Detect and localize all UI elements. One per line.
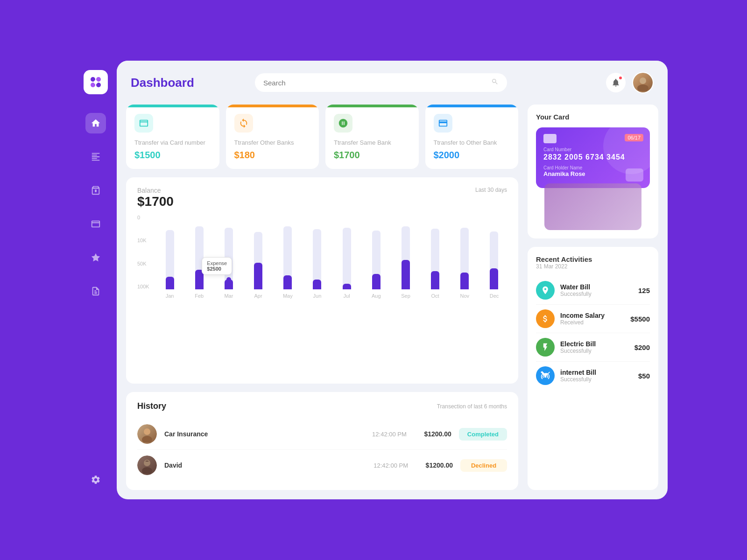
svg-point-4 [94, 80, 98, 84]
x-label-dec: Dec [481, 293, 507, 299]
sidebar-item-rewards[interactable] [85, 247, 106, 268]
activity-name-2: Income Salary [560, 312, 625, 319]
x-label-may: May [275, 293, 301, 299]
card-label-1: Ttransfer via Card number [134, 139, 211, 146]
transfer-card-2[interactable]: Ttransfer Other Banks $180 [226, 105, 319, 169]
activity-amount-2: $5500 [630, 315, 650, 323]
activity-info-3: Electric Bill Successfully [560, 340, 629, 354]
activity-info-2: Income Salary Received [560, 312, 625, 326]
activity-name-4: internet Bill [560, 369, 633, 376]
sidebar-item-analytics[interactable] [85, 147, 106, 167]
bar-group-may [275, 215, 301, 289]
card-brand-icon [626, 168, 643, 182]
bar-group-oct [423, 215, 448, 289]
settings-icon[interactable] [85, 469, 106, 490]
bar-group-jul [334, 215, 359, 289]
card-icon-2 [234, 114, 253, 133]
card-chip [543, 134, 557, 143]
activity-icon-3 [536, 338, 555, 357]
x-label-apr: Apr [246, 293, 271, 299]
transfer-card-4[interactable]: Ttransfer to Other Bank $2000 [425, 105, 519, 169]
activity-info-1: Water Bill Successfully [560, 283, 633, 297]
chart-bars: Expense$2500 [157, 215, 507, 289]
svg-point-7 [144, 428, 150, 435]
card-icon-1 [134, 114, 153, 133]
card-number-label: Card Number [543, 147, 642, 152]
card-icon-3 [334, 114, 352, 133]
bar-group-mar: Expense$2500 [216, 215, 241, 289]
bar-group-apr [246, 215, 271, 289]
search-bar[interactable] [255, 73, 507, 92]
bar-fg-may [283, 275, 292, 289]
history-time-2: 12:42:00 PM [374, 462, 408, 469]
chart-x-axis: JanFebMarAprMayJunJulAugSepOctNovDec [157, 293, 507, 299]
bar-group-sep [393, 215, 418, 289]
history-row-2[interactable]: David 12:42:00 PM $1200.00 Declined [137, 450, 507, 481]
svg-point-5 [640, 77, 646, 84]
notifications-button[interactable] [606, 73, 626, 92]
left-content: Ttransfer via Card number $1500 Ttransfe… [126, 105, 518, 490]
your-card-title: Your Card [536, 113, 650, 121]
x-label-oct: Oct [423, 293, 448, 299]
sidebar-item-reports[interactable] [85, 281, 106, 301]
notification-badge [618, 76, 623, 80]
balance-card: Balance $1700 Last 30 days 100K 50K 10K … [126, 177, 518, 384]
history-row-1[interactable]: Car Insurance 12:42:00 PM $1200.00 Compl… [137, 419, 507, 450]
activity-row-1[interactable]: Water Bill Successfully 125 [536, 276, 650, 305]
content: Ttransfer via Card number $1500 Ttransfe… [117, 105, 668, 499]
credit-card[interactable]: 06/17 Card Number 2832 2005 6734 3454 Ca… [536, 127, 650, 188]
main-panel: Dashboard [117, 61, 668, 499]
balance-header: Balance $1700 Last 30 days [137, 187, 507, 210]
activity-row-3[interactable]: Electric Bill Successfully $200 [536, 333, 650, 362]
transfer-card-1[interactable]: Ttransfer via Card number $1500 [126, 105, 219, 169]
history-avatar-1 [137, 424, 157, 444]
balance-label: Balance [137, 187, 174, 194]
activity-icon-2 [536, 309, 555, 328]
history-subtitle: Transection of last 6 months [437, 403, 507, 410]
your-card-panel: Your Card 06/17 Card Number 2832 2005 67… [528, 105, 658, 238]
user-avatar[interactable] [632, 72, 654, 93]
card-amount-2: $180 [234, 150, 311, 161]
history-avatar-2 [137, 455, 157, 475]
history-title: History [137, 401, 166, 411]
bar-group-dec [481, 215, 507, 289]
balance-chart: 100K 50K 10K 0 Expense$2500 JanFebMarApr… [137, 215, 507, 299]
chart-dot [226, 277, 231, 282]
activities-title: Recent Activities [536, 255, 650, 263]
svg-point-8 [142, 436, 152, 442]
sidebar-item-home[interactable] [85, 113, 106, 133]
activity-amount-3: $200 [634, 343, 650, 351]
card-icon-4 [434, 114, 452, 133]
activity-row-4[interactable]: internet Bill Successfully $50 [536, 362, 650, 390]
x-label-nov: Nov [452, 293, 478, 299]
activity-name-3: Electric Bill [560, 340, 629, 348]
card-holder-label: Card Holder Name [543, 165, 642, 170]
x-label-feb: Feb [186, 293, 212, 299]
x-label-jul: Jul [334, 293, 359, 299]
x-label-sep: Sep [393, 293, 418, 299]
sidebar [75, 56, 117, 504]
second-card [544, 183, 641, 230]
activity-icon-1 [536, 281, 555, 300]
transfer-cards: Ttransfer via Card number $1500 Ttransfe… [126, 105, 518, 169]
bar-fg-jan [166, 277, 174, 289]
app-logo[interactable] [84, 70, 108, 94]
bar-fg-nov [460, 273, 469, 289]
activities-panel: Recent Activities 31 Mar 2022 Water Bill… [528, 247, 658, 490]
bar-group-jan [157, 215, 183, 289]
card-label-3: Ttransfer Same Bank [334, 139, 410, 146]
activity-status-4: Successfully [560, 376, 633, 383]
balance-amount: $1700 [137, 194, 174, 209]
bar-fg-aug [372, 274, 381, 289]
search-input[interactable] [263, 79, 486, 87]
card-number: 2832 2005 6734 3454 [543, 153, 642, 161]
bar-fg-dec [490, 268, 498, 289]
activity-row-2[interactable]: Income Salary Received $5500 [536, 305, 650, 333]
history-time-1: 12:42:00 PM [372, 431, 407, 438]
activity-info-4: internet Bill Successfully [560, 369, 633, 383]
activity-status-1: Successfully [560, 291, 633, 297]
sidebar-item-cards[interactable] [85, 214, 106, 234]
activity-icon-4 [536, 366, 555, 385]
transfer-card-3[interactable]: Ttransfer Same Bank $1700 [325, 105, 419, 169]
sidebar-item-shopping[interactable] [85, 180, 106, 201]
